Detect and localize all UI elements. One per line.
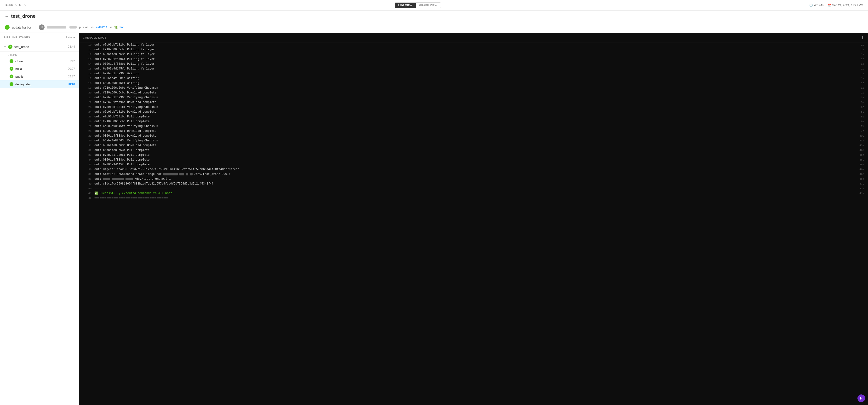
- log-line-text: ========================================…: [94, 186, 852, 191]
- username-redacted2: [69, 26, 76, 29]
- log-line-text: out: 6a003a9d145f: Verifying Checksum: [94, 124, 852, 128]
- log-line-number: 21: [83, 96, 92, 100]
- log-line: 32 out: b6abafe80f63: Pull complete 46s: [79, 148, 868, 153]
- log-line-time: 1s: [855, 53, 864, 57]
- log-line-text: out: e7c96db7181b: Pull complete: [94, 115, 852, 119]
- log-line-number: 36: [83, 168, 92, 172]
- log-line: 25 out: e7c96db7181b: Pull complete 6s: [79, 114, 868, 119]
- log-line: 12 out: b6abafe80f63: Pulling fs layer 1…: [79, 52, 868, 57]
- log-line-time: 41s: [855, 192, 864, 196]
- breadcrumb-builds[interactable]: Builds: [5, 3, 13, 7]
- log-line-time: 46s: [855, 158, 864, 162]
- date-value: Sep 24, 2024, 12:21 PM: [832, 4, 863, 7]
- log-line-number: 35: [83, 163, 92, 167]
- step-status-icon: ✓: [9, 67, 13, 71]
- log-line-number: 11: [83, 48, 92, 52]
- log-line-number: 13: [83, 57, 92, 61]
- log-line-text: out: 0306ad4f838e: Download complete: [94, 134, 852, 138]
- step-row[interactable]: ✓ deploy_dev 00:48: [0, 80, 79, 88]
- step-row[interactable]: ✓ clone 01:12: [0, 57, 79, 65]
- pipe-divider: |: [35, 26, 35, 29]
- step-name: build: [15, 67, 66, 71]
- log-line-text: out: Status: Downloaded newer image for …: [94, 172, 852, 176]
- log-line-number: 18: [83, 81, 92, 85]
- stage-time: 04:44: [68, 45, 75, 49]
- pipeline-stages-label: PIPELINE STAGES: [4, 36, 30, 39]
- download-icon[interactable]: ⬇: [861, 35, 864, 40]
- commit-bar: ✓ update harbor | U pushed -> aef812f4 t…: [0, 22, 868, 33]
- back-button[interactable]: ←: [5, 14, 9, 19]
- log-line-text: out: b6abafe80f63: Verifying Checksum: [94, 139, 852, 143]
- to-text: to: [110, 26, 112, 29]
- log-line: 11 out: f910a506b6cb: Pulling fs layer 1…: [79, 47, 868, 52]
- commit-hash-link[interactable]: aef812f4: [96, 26, 107, 29]
- log-line-number: 16: [83, 71, 92, 76]
- clock-icon: 🕐: [809, 4, 813, 7]
- log-line-time: 3s: [855, 96, 864, 100]
- page-title: test_drone: [11, 13, 35, 19]
- branch-link[interactable]: 🌿 dev: [114, 26, 123, 29]
- log-line-time: 6s: [855, 115, 864, 119]
- step-row[interactable]: ✓ publish 02:37: [0, 73, 79, 80]
- log-line: 13 out: b72b781fca96: Pulling fs layer 1…: [79, 57, 868, 62]
- log-line: 33 out: b72b781fca96: Pull complete 46s: [79, 153, 868, 157]
- graph-view-button[interactable]: GRAPH VIEW: [416, 3, 441, 8]
- breadcrumb-sep1: >: [15, 3, 17, 7]
- log-line-time: 1s: [855, 86, 864, 90]
- console-title: CONSOLE LOGS: [83, 36, 106, 39]
- h-badge[interactable]: H: [858, 395, 865, 402]
- branch-name: dev: [119, 26, 123, 29]
- log-line-text: out: f910a506b6cb: Pull complete: [94, 119, 852, 124]
- log-line-text: out: 6a003a9d145f: Waiting: [94, 81, 852, 85]
- log-line-text: out: c3dc1fcc299818604f883b1ad7dc82d657a…: [94, 182, 852, 186]
- duration-meta: 🕐 4m 44s: [809, 4, 824, 7]
- log-line-text: out: b72b781fca96: Download complete: [94, 100, 852, 105]
- log-line-text: out: 0306ad4f838e: Waiting: [94, 76, 852, 81]
- log-line-number: 30: [83, 139, 92, 143]
- log-line-time: 40s: [855, 134, 864, 138]
- step-row[interactable]: ✓ build 00:07: [0, 65, 79, 73]
- log-line: 42 =====================================…: [79, 196, 868, 201]
- log-line-number: 10: [83, 43, 92, 47]
- avatar: U: [39, 24, 44, 30]
- step-time: 00:07: [68, 67, 75, 70]
- log-line: 41 ✅ Successfully executed commands to a…: [79, 191, 868, 196]
- log-line-time: 43s: [855, 144, 864, 148]
- log-line-text: ========================================…: [94, 196, 852, 200]
- log-line: 23 out: e7c96db7181b: Verifying Checksum…: [79, 105, 868, 110]
- stage-row[interactable]: ▼ ✓ test_drone 04:44: [0, 42, 79, 52]
- log-line-number: 33: [83, 153, 92, 157]
- log-line: 22 out: b72b781fca96: Download complete …: [79, 100, 868, 105]
- log-line: 34 out: 0306ad4f838e: Pull complete 46s: [79, 157, 868, 162]
- stage-name: test_drone: [14, 45, 66, 49]
- log-line-text: out: f910a506b6cb: Download complete: [94, 91, 852, 95]
- log-line-number: 19: [83, 86, 92, 90]
- branch-icon: 🌿: [114, 26, 118, 29]
- log-line-time: 7s: [855, 124, 864, 128]
- step-time: 02:37: [68, 75, 75, 78]
- log-line-text: out: b72b781fca96: Pulling fs layer: [94, 57, 852, 61]
- console-header: CONSOLE LOGS ⬇: [79, 33, 868, 42]
- log-line-number: 26: [83, 120, 92, 124]
- log-line-text: ✅ Successfully executed commands to all …: [94, 191, 852, 196]
- log-line-text: out: 6a003a9d145f: Download complete: [94, 129, 852, 133]
- log-line-text: out: b6abafe80f63: Download complete: [94, 143, 852, 148]
- log-line: 28 out: 6a003a9d145f: Download complete …: [79, 129, 868, 134]
- stage-status-icon: ✓: [8, 45, 12, 49]
- step-status-icon: ✓: [9, 82, 13, 86]
- log-line-text: out: e7c96db7181b: Pulling fs layer: [94, 42, 852, 47]
- log-line-time: 46s: [855, 148, 864, 152]
- log-line-number: 24: [83, 110, 92, 114]
- breadcrumb-sep2: >: [24, 3, 26, 7]
- log-view-button[interactable]: LOG VIEW: [395, 3, 416, 8]
- step-name: deploy_dev: [15, 82, 66, 86]
- log-line: 36 out: Digest: sha256:8a1d7b179512be713…: [79, 167, 868, 172]
- log-line-number: 34: [83, 158, 92, 162]
- log-line-number: 31: [83, 144, 92, 148]
- log-line: 16 out: b72b781fca96: Waiting 1s: [79, 71, 868, 76]
- log-line-time: 46s: [855, 153, 864, 157]
- log-line-number: 37: [83, 172, 92, 176]
- log-line-text: out: b72b781fca96: Waiting: [94, 71, 852, 76]
- breadcrumb-build-num: #6: [19, 3, 22, 7]
- log-line: 21 out: b72b781fca96: Verifying Checksum…: [79, 95, 868, 100]
